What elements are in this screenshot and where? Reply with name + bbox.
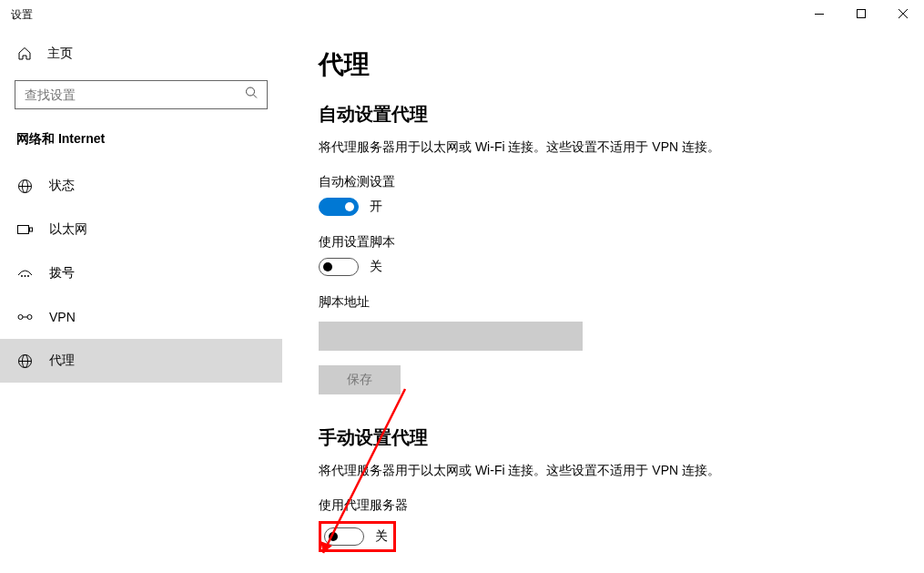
- home-link[interactable]: 主页: [0, 36, 282, 71]
- window-controls: [798, 0, 924, 27]
- window-title: 设置: [11, 7, 33, 23]
- close-button[interactable]: [882, 0, 924, 27]
- svg-point-12: [24, 275, 25, 277]
- svg-point-14: [18, 315, 23, 320]
- sidebar-item-status[interactable]: 状态: [0, 164, 282, 208]
- script-address-label: 脚本地址: [319, 294, 888, 311]
- svg-rect-10: [29, 228, 32, 231]
- sidebar-item-label: 拨号: [49, 265, 75, 281]
- minimize-icon: [815, 14, 824, 15]
- minimize-button[interactable]: [798, 0, 840, 27]
- home-icon: [16, 46, 33, 62]
- use-proxy-label: 使用代理服务器: [319, 497, 888, 514]
- maximize-button[interactable]: [840, 0, 882, 27]
- svg-rect-0: [815, 14, 824, 15]
- close-icon: [899, 9, 908, 18]
- vpn-icon: [16, 309, 33, 325]
- svg-point-13: [27, 275, 29, 277]
- svg-point-4: [247, 87, 255, 96]
- auto-section-heading: 自动设置代理: [319, 102, 888, 127]
- proxy-icon: [16, 353, 33, 369]
- use-script-toggle[interactable]: [319, 258, 359, 276]
- sidebar-item-ethernet[interactable]: 以太网: [0, 208, 282, 251]
- use-script-label: 使用设置脚本: [319, 234, 888, 251]
- svg-rect-9: [17, 226, 28, 234]
- sidebar-item-vpn[interactable]: VPN: [0, 295, 282, 339]
- svg-point-11: [21, 275, 23, 277]
- sidebar-item-label: VPN: [49, 310, 76, 324]
- main-content: 代理 自动设置代理 将代理服务器用于以太网或 Wi-Fi 连接。这些设置不适用于…: [282, 29, 924, 573]
- use-script-state: 关: [370, 259, 382, 275]
- page-title: 代理: [319, 47, 888, 82]
- dialup-icon: [16, 265, 33, 281]
- ethernet-icon: [16, 221, 33, 238]
- manual-section-heading: 手动设置代理: [319, 425, 888, 450]
- auto-detect-state: 开: [370, 199, 382, 215]
- auto-detect-label: 自动检测设置: [319, 174, 888, 190]
- save-button: 保存: [319, 365, 401, 394]
- script-address-input: [319, 322, 583, 351]
- sidebar-item-label: 代理: [49, 353, 75, 369]
- titlebar: 设置: [0, 0, 924, 29]
- annotation-highlight: 关: [319, 521, 396, 552]
- sidebar: 主页 网络和 Internet 状态 以太网 拨号: [0, 29, 282, 573]
- auto-detect-toggle[interactable]: [319, 198, 359, 216]
- manual-section-desc: 将代理服务器用于以太网或 Wi-Fi 连接。这些设置不适用于 VPN 连接。: [319, 463, 888, 479]
- use-proxy-toggle[interactable]: [324, 527, 364, 546]
- home-label: 主页: [47, 46, 73, 62]
- svg-line-5: [254, 95, 258, 98]
- search-input[interactable]: [15, 80, 268, 109]
- search-icon: [245, 87, 259, 104]
- sidebar-item-dialup[interactable]: 拨号: [0, 251, 282, 295]
- globe-icon: [16, 178, 33, 194]
- category-title: 网络和 Internet: [0, 126, 282, 164]
- sidebar-item-label: 以太网: [49, 221, 87, 238]
- auto-section-desc: 将代理服务器用于以太网或 Wi-Fi 连接。这些设置不适用于 VPN 连接。: [319, 139, 888, 156]
- svg-rect-1: [858, 10, 866, 18]
- search-wrap: [15, 80, 268, 109]
- use-proxy-state: 关: [375, 528, 388, 545]
- svg-point-15: [27, 315, 32, 320]
- sidebar-item-proxy[interactable]: 代理: [0, 339, 282, 383]
- sidebar-item-label: 状态: [49, 178, 75, 194]
- maximize-icon: [857, 9, 866, 18]
